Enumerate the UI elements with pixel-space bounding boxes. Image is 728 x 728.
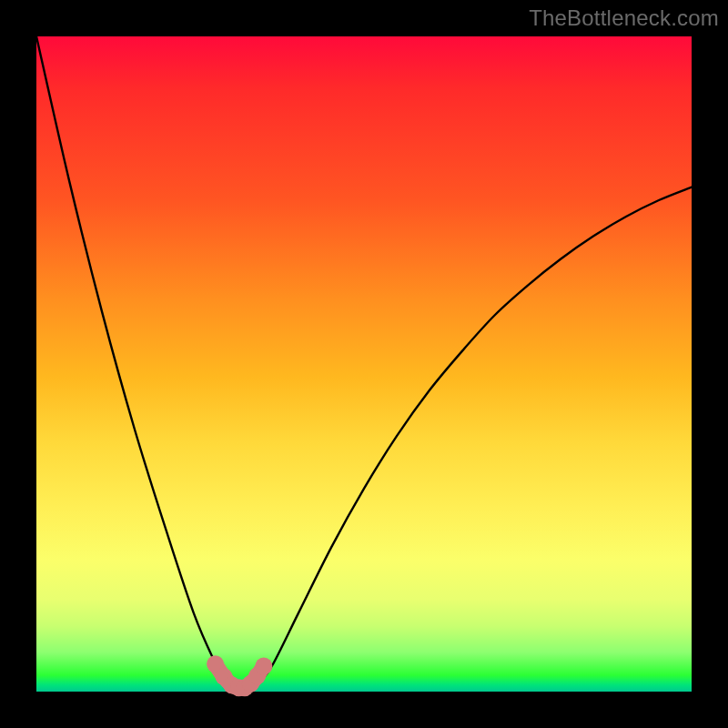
watermark-text: TheBottleneck.com: [529, 5, 719, 31]
chart-frame: TheBottleneck.com: [0, 0, 728, 728]
trough-marker-dot: [255, 657, 272, 674]
trough-marker-dots: [207, 655, 272, 696]
plot-area: [36, 36, 692, 692]
bottleneck-curve: [36, 36, 692, 689]
curve-layer: [36, 36, 692, 692]
